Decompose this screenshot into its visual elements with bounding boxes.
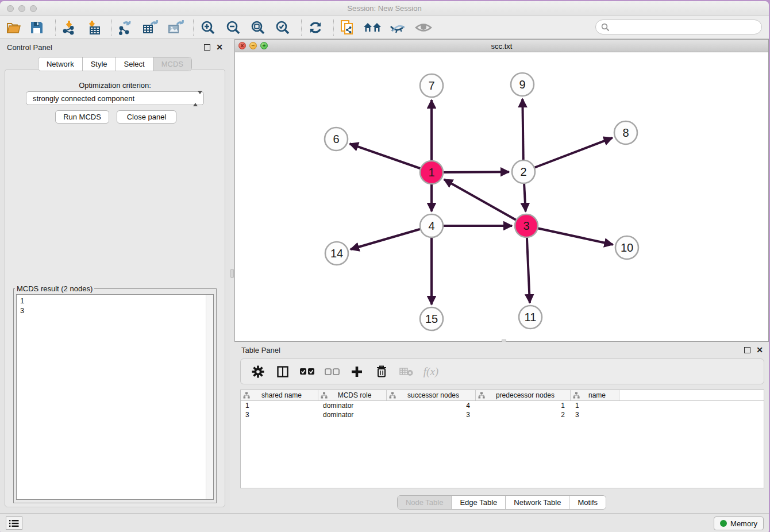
optimization-criterion-label: Optimization criterion: — [5, 81, 225, 90]
toolbar-separator — [333, 20, 334, 36]
mcds-result-group: MCDS result (2 nodes) 13 — [13, 284, 217, 503]
column-header-shared-name[interactable]: shared name — [241, 390, 318, 400]
column-header-label: MCDS role — [328, 391, 386, 399]
open-session-icon[interactable] — [5, 19, 23, 36]
node-label-15: 15 — [425, 313, 438, 325]
dropdown-stepper-icon — [193, 94, 198, 103]
float-panel-icon[interactable] — [744, 347, 750, 353]
mcds-result-textarea[interactable]: 13 — [16, 294, 214, 500]
add-column-icon[interactable] — [349, 364, 364, 380]
duplicate-network-icon[interactable] — [338, 19, 357, 36]
table-panel-title: Table Panel — [241, 346, 280, 354]
refresh-icon[interactable] — [306, 19, 325, 36]
node-label-4: 4 — [428, 219, 434, 232]
network-canvas[interactable]: 7968124314101511 — [235, 52, 768, 341]
export-network-icon[interactable] — [116, 19, 134, 36]
tab-node-table[interactable]: Node Table — [398, 496, 452, 509]
delete-column-icon[interactable] — [374, 364, 389, 380]
column-header-label: name — [580, 391, 619, 399]
table-cell: 3 — [241, 410, 318, 419]
import-network-icon[interactable] — [60, 19, 78, 36]
search-field[interactable] — [595, 20, 762, 34]
zoom-out-icon[interactable] — [224, 19, 242, 36]
tab-group: NetworkStyleSelectMCDS — [38, 57, 192, 71]
table-panel-header: Table Panel ✕ — [234, 342, 769, 358]
tab-mcds[interactable]: MCDS — [153, 57, 191, 71]
splitter-handle[interactable] — [230, 269, 234, 278]
show-all-columns-icon[interactable] — [300, 364, 315, 380]
zoom-selected-icon[interactable] — [274, 19, 292, 36]
export-image-icon[interactable] — [167, 19, 185, 36]
tab-style[interactable]: Style — [83, 57, 116, 71]
edge-1-6[interactable] — [350, 144, 432, 172]
memory-label: Memory — [730, 519, 757, 528]
criterion-dropdown[interactable]: strongly connected component — [26, 91, 204, 105]
node-label-1: 1 — [428, 166, 434, 179]
edge-2-8[interactable] — [523, 138, 613, 172]
edge-3-10[interactable] — [526, 226, 613, 245]
run-mcds-button[interactable]: Run MCDS — [55, 110, 109, 124]
node-label-3: 3 — [523, 219, 529, 232]
edge-3-1[interactable] — [444, 179, 526, 226]
toolbar-separator — [193, 20, 194, 36]
control-panel-title: Control Panel — [7, 43, 52, 52]
tab-motifs[interactable]: Motifs — [569, 496, 606, 509]
node-table[interactable]: shared nameMCDS rolesuccessor nodesprede… — [240, 390, 764, 488]
hide-selected-icon[interactable] — [388, 19, 407, 36]
list-icon — [9, 519, 19, 527]
memory-button[interactable]: Memory — [714, 516, 764, 530]
control-panel-header: Control Panel ✕ — [0, 39, 230, 55]
import-table-icon[interactable] — [86, 19, 104, 36]
float-panel-icon[interactable] — [204, 44, 210, 51]
table-toolbar: f(x) — [240, 358, 764, 384]
node-label-2: 2 — [520, 165, 526, 178]
network-frame-titlebar[interactable]: × − + scc.txt — [235, 40, 768, 52]
node-label-8: 8 — [622, 126, 629, 139]
table-body: 1dominator4113dominator323 — [241, 401, 764, 419]
column-view-icon[interactable] — [275, 364, 290, 380]
mcds-result-values: 13 — [20, 296, 24, 315]
tab-select[interactable]: Select — [116, 57, 153, 71]
table-row[interactable]: 1dominator411 — [241, 401, 764, 410]
tab-network[interactable]: Network — [38, 57, 83, 71]
node-label-11: 11 — [525, 311, 537, 323]
settings-gear-icon[interactable] — [251, 364, 265, 380]
column-header-predecessor-nodes[interactable]: predecessor nodes — [476, 390, 571, 400]
result-line: 1 — [20, 296, 24, 306]
result-scrollbar[interactable] — [206, 295, 213, 499]
tab-network-table[interactable]: Network Table — [506, 496, 569, 509]
hide-all-columns-icon[interactable] — [325, 364, 340, 380]
column-type-icon — [478, 392, 485, 399]
zoom-fit-icon[interactable] — [249, 19, 267, 36]
save-session-icon[interactable] — [28, 19, 46, 36]
close-panel-icon[interactable]: ✕ — [756, 345, 763, 354]
table-cell: 4 — [387, 401, 476, 410]
status-bar: Memory — [0, 513, 769, 532]
column-header-name[interactable]: name — [571, 390, 619, 400]
export-table-icon[interactable] — [141, 19, 160, 36]
column-header-MCDS-role[interactable]: MCDS role — [318, 390, 387, 400]
table-row[interactable]: 3dominator323 — [241, 410, 764, 419]
task-history-button[interactable] — [6, 516, 22, 530]
delete-table-icon — [399, 364, 414, 380]
column-header-successor-nodes[interactable]: successor nodes — [387, 390, 476, 400]
column-type-icon — [389, 392, 396, 399]
vertical-splitter[interactable] — [230, 39, 234, 513]
node-label-7: 7 — [428, 79, 434, 92]
search-input[interactable] — [613, 23, 761, 32]
close-panel-icon[interactable]: ✕ — [216, 43, 223, 52]
app-window: Session: New Session — [0, 1, 769, 532]
tab-edge-table[interactable]: Edge Table — [452, 496, 506, 509]
node-label-9: 9 — [519, 78, 525, 91]
tab-group: Node TableEdge TableNetwork TableMotifs — [397, 495, 606, 510]
column-type-icon — [243, 392, 250, 399]
first-neighbors-icon[interactable] — [363, 19, 382, 36]
edge-4-14[interactable] — [351, 226, 432, 249]
close-panel-button[interactable]: Close panel — [117, 110, 176, 124]
network-graph[interactable]: 7968124314101511 — [235, 52, 769, 342]
column-type-icon — [321, 392, 328, 399]
node-label-14: 14 — [330, 247, 343, 260]
show-all-icon[interactable] — [414, 19, 433, 36]
zoom-in-icon[interactable] — [199, 19, 217, 36]
toolbar-separator — [55, 20, 56, 36]
